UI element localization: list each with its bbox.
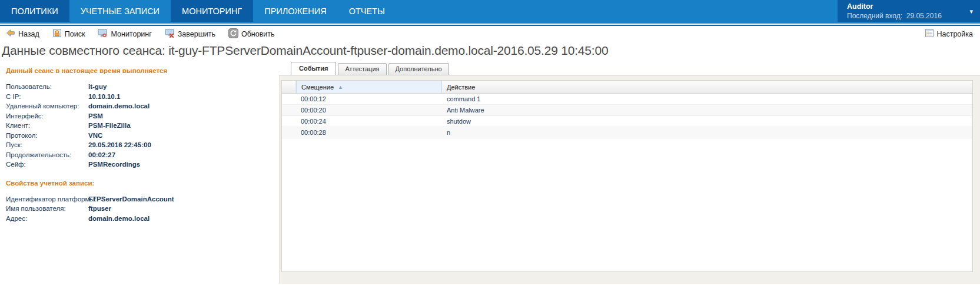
content: Данный сеанс в настоящее время выполняет…	[0, 61, 980, 284]
pvwa-page: ПОЛИТИКИ УЧЕТНЫЕ ЗАПИСИ МОНИТОРИНГ ПРИЛО…	[0, 0, 980, 284]
terminate-button[interactable]: Завершить	[164, 28, 217, 40]
field-value: 00:02:27	[88, 151, 115, 158]
session-field-start: Пуск: 29.05.2016 22:45:00	[6, 140, 279, 150]
chevron-down-icon: ▾	[969, 8, 973, 15]
field-value: domain.demo.local	[88, 102, 150, 110]
field-label: Протокол:	[6, 132, 88, 139]
monitoring-icon	[98, 28, 108, 39]
field-value: it-guy	[88, 83, 107, 90]
terminate-icon	[165, 28, 175, 39]
field-label: Клиент:	[6, 122, 88, 129]
field-label: Удаленный компьютер:	[6, 102, 88, 110]
settings-icon	[925, 29, 934, 39]
nav-item-reports[interactable]: ОТЧЕТЫ	[338, 0, 396, 22]
back-icon	[6, 28, 15, 39]
events-grid: Смещение ▲ Действие 00:00:12 command 1	[281, 80, 973, 272]
session-field-protocol: Протокол: VNC	[6, 131, 279, 141]
back-button[interactable]: Назад	[5, 28, 41, 40]
field-label: Пуск:	[6, 141, 88, 148]
event-action: Anti Malware	[442, 107, 972, 114]
field-label: Имя пользователя:	[6, 205, 88, 212]
row-gutter	[282, 127, 296, 138]
monitoring-button[interactable]: Мониторинг	[97, 28, 152, 40]
toolbar: Назад Поиск Мониторинг Завершить Обновит…	[0, 26, 980, 42]
session-field-duration: Продолжительность: 00:02:27	[6, 150, 279, 160]
grid-header-row: Смещение ▲ Действие	[282, 81, 972, 94]
field-label: Адрес:	[6, 215, 88, 222]
refresh-button[interactable]: Обновить	[227, 28, 276, 41]
nav-item-applications[interactable]: ПРИЛОЖЕНИЯ	[253, 0, 337, 22]
field-value: domain.demo.local	[88, 215, 150, 222]
search-button-label: Поиск	[65, 30, 85, 38]
refresh-icon	[228, 28, 238, 40]
field-label: С IP:	[6, 93, 88, 100]
event-action: shutdow	[442, 118, 972, 125]
row-gutter	[282, 94, 296, 104]
field-label: Сейф:	[6, 161, 88, 168]
session-field-client: Клиент: PSM-FileZilla	[6, 121, 279, 131]
field-value: VNC	[88, 132, 102, 139]
account-field-address: Адрес: domain.demo.local	[6, 214, 279, 224]
session-field-remote-machine: Удаленный компьютер: domain.demo.local	[6, 101, 279, 111]
field-label: Идентификатор платформы:	[6, 195, 88, 203]
field-value: PSM-FileZilla	[88, 122, 131, 129]
last-login-value: 29.05.2016	[906, 12, 942, 20]
column-header-offset[interactable]: Смещение ▲	[296, 81, 442, 93]
monitoring-button-label: Мониторинг	[111, 30, 151, 38]
back-button-label: Назад	[18, 30, 39, 38]
user-name: Auditor	[847, 2, 965, 12]
field-value: PSMRecordings	[88, 161, 140, 168]
session-field-safe: Сейф: PSMRecordings	[6, 160, 279, 170]
account-field-platform-id: Идентификатор платформы: FTPServerDomain…	[6, 194, 279, 204]
grid-gutter-header	[282, 81, 296, 93]
nav-item-monitoring[interactable]: МОНИТОРИНГ	[171, 0, 253, 22]
event-action: command 1	[442, 95, 972, 102]
last-login-label: Последний вход:	[847, 12, 902, 20]
session-status-header: Данный сеанс в настоящее время выполняет…	[6, 67, 279, 74]
terminate-button-label: Завершить	[178, 30, 215, 38]
tab-attestation[interactable]: Аттестация	[338, 63, 386, 75]
account-properties-header: Свойства учетной записи:	[6, 180, 279, 187]
event-offset: 00:00:12	[296, 95, 442, 102]
session-field-interface: Интерфейс: PSM	[6, 111, 279, 121]
settings-button[interactable]: Настройка	[924, 28, 974, 39]
event-row-3[interactable]: 00:00:24 shutdow	[282, 116, 972, 127]
event-offset: 00:00:20	[296, 107, 442, 114]
refresh-button-label: Обновить	[241, 30, 275, 38]
user-menu[interactable]: Auditor Последний вход: 29.05.2016 ▾	[838, 0, 980, 22]
row-gutter	[282, 105, 296, 115]
field-value: 29.05.2016 22:45:00	[88, 141, 151, 148]
sort-asc-icon: ▲	[338, 84, 343, 90]
session-field-user: Пользователь: it-guy	[6, 82, 279, 92]
event-action: n	[442, 129, 972, 136]
column-header-action[interactable]: Действие	[442, 81, 972, 93]
search-icon	[52, 28, 62, 39]
row-gutter	[282, 116, 296, 127]
nav-item-policies[interactable]: ПОЛИТИКИ	[0, 0, 69, 22]
nav-item-accounts[interactable]: УЧЕТНЫЕ ЗАПИСИ	[69, 0, 171, 22]
tab-additional[interactable]: Дополнительно	[388, 63, 449, 75]
event-row-2[interactable]: 00:00:20 Anti Malware	[282, 105, 972, 116]
search-button[interactable]: Поиск	[51, 28, 87, 40]
event-offset: 00:00:24	[296, 118, 442, 125]
field-label: Пользователь:	[6, 83, 88, 90]
events-area: События Аттестация Дополнительно Смещени…	[279, 61, 980, 284]
account-field-username: Имя пользователя: ftpuser	[6, 204, 279, 214]
session-details-panel: Данный сеанс в настоящее время выполняет…	[0, 61, 279, 223]
page-title: Данные совместного сеанса: it-guy-FTPSer…	[2, 44, 980, 58]
event-offset: 00:00:28	[296, 129, 442, 136]
event-row-4[interactable]: 00:00:28 n	[282, 127, 972, 138]
settings-button-label: Настройка	[936, 30, 973, 38]
grid-body: 00:00:12 command 1 00:00:20 Anti Malware…	[282, 94, 972, 271]
tab-bar: События Аттестация Дополнительно	[279, 61, 980, 75]
field-value: 10.10.10.1	[88, 93, 120, 100]
field-value: PSM	[88, 112, 103, 120]
field-value: ftpuser	[88, 205, 111, 212]
field-label: Интерфейс:	[6, 112, 88, 120]
field-label: Продолжительность:	[6, 151, 88, 158]
session-field-from-ip: С IP: 10.10.10.1	[6, 92, 279, 102]
field-value: FTPServerDomainAccount	[88, 195, 174, 203]
events-grid-panel: Смещение ▲ Действие 00:00:12 command 1	[279, 75, 980, 284]
tab-events[interactable]: События	[291, 62, 336, 75]
event-row-1[interactable]: 00:00:12 command 1	[282, 94, 972, 105]
